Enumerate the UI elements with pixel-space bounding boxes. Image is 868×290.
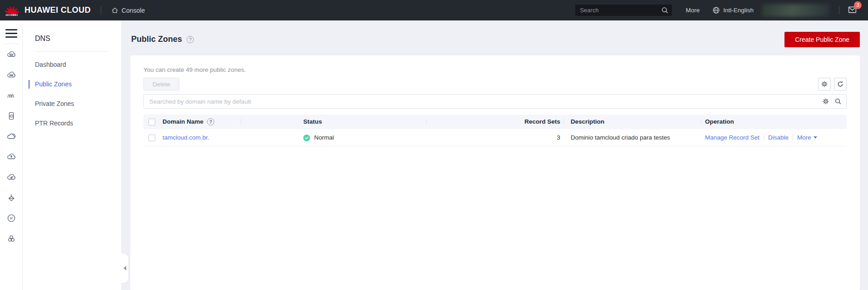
select-all-checkbox[interactable] bbox=[148, 119, 155, 125]
dns-nav-panel: DNS Dashboard Public Zones Private Zones… bbox=[23, 20, 121, 290]
col-domain-name: Domain Name bbox=[163, 115, 203, 129]
cloud-play-icon bbox=[6, 172, 16, 182]
zone-search-input[interactable] bbox=[143, 94, 847, 109]
top-header: HUAWEI HUAWEI CLOUD Console More Intl-En… bbox=[0, 0, 868, 20]
beacon-icon bbox=[6, 193, 16, 203]
rail-item-eip[interactable]: IP bbox=[0, 208, 22, 228]
table-row: tamcloud.com.br. Normal 3 Dominio tamclo… bbox=[143, 129, 847, 146]
console-link[interactable]: Console bbox=[111, 7, 145, 14]
nav-divider bbox=[35, 51, 109, 52]
operation-divider bbox=[793, 135, 793, 140]
search-icon[interactable] bbox=[834, 98, 842, 105]
col-description: Description bbox=[571, 115, 604, 129]
page-title: Public Zones bbox=[131, 35, 182, 44]
domain-help-icon[interactable]: ? bbox=[207, 118, 214, 125]
account-name-redacted[interactable] bbox=[762, 4, 830, 17]
messages-button[interactable]: 3 bbox=[848, 5, 857, 16]
column-divider bbox=[563, 119, 564, 125]
header-more-link[interactable]: More bbox=[686, 7, 700, 14]
col-record-sets: Record Sets bbox=[439, 115, 560, 129]
language-switcher[interactable]: Intl-English bbox=[712, 6, 754, 14]
public-zones-table: Domain Name ? Status Record Sets Descrip… bbox=[143, 115, 847, 146]
rail-item-beacon[interactable] bbox=[0, 187, 22, 208]
search-icon[interactable] bbox=[661, 6, 669, 14]
refresh-icon bbox=[837, 80, 844, 88]
rail-item-cloud-upload[interactable] bbox=[0, 146, 22, 167]
brand-title: HUAWEI CLOUD bbox=[25, 5, 91, 15]
column-divider bbox=[241, 119, 241, 125]
header-search-input[interactable] bbox=[575, 5, 672, 16]
cloud-upload-icon bbox=[6, 152, 16, 162]
table-header-row: Domain Name ? Status Record Sets Descrip… bbox=[143, 115, 847, 129]
rail-item-waves[interactable] bbox=[0, 85, 22, 105]
disable-link[interactable]: Disable bbox=[768, 134, 789, 141]
eip-icon: IP bbox=[6, 213, 16, 223]
row-checkbox[interactable] bbox=[148, 135, 155, 141]
header-divider bbox=[101, 6, 101, 15]
waves-icon bbox=[6, 90, 16, 100]
rail-item-cloud-play[interactable] bbox=[0, 167, 22, 187]
collapse-arrow-icon bbox=[123, 266, 126, 270]
create-public-zone-button[interactable]: Create Public Zone bbox=[784, 32, 860, 47]
chevron-down-icon bbox=[814, 136, 817, 139]
globe-icon bbox=[712, 6, 720, 14]
description-text: Dominio tamcloud criado para testes bbox=[571, 129, 670, 146]
manage-record-set-link[interactable]: Manage Record Set bbox=[705, 134, 760, 141]
rail-item-cloud-dots[interactable] bbox=[0, 65, 22, 85]
search-settings-icon[interactable] bbox=[822, 98, 829, 105]
operation-divider bbox=[764, 135, 764, 140]
record-sets-count: 3 bbox=[439, 129, 560, 146]
gear-icon bbox=[821, 80, 828, 88]
notification-badge: 3 bbox=[854, 1, 862, 9]
status-text: Normal bbox=[314, 129, 334, 146]
rail-item-cloud[interactable] bbox=[0, 126, 22, 146]
console-label: Console bbox=[122, 7, 145, 14]
table-settings-button[interactable] bbox=[818, 78, 831, 90]
nav-item-dashboard[interactable]: Dashboard bbox=[23, 55, 121, 75]
huawei-logo[interactable]: HUAWEI bbox=[5, 5, 19, 16]
header-divider bbox=[839, 6, 839, 15]
more-dropdown[interactable]: More bbox=[797, 134, 817, 141]
rail-item-device-cloud[interactable] bbox=[0, 105, 22, 126]
refresh-button[interactable] bbox=[834, 78, 847, 90]
header-search bbox=[575, 5, 672, 16]
menu-icon[interactable] bbox=[5, 29, 17, 38]
service-icon-rail: IP bbox=[0, 20, 23, 290]
device-cloud-icon bbox=[6, 111, 16, 121]
cluster-icon bbox=[6, 234, 16, 244]
main-content: Public Zones ? Create Public Zone You ca… bbox=[121, 20, 868, 290]
domain-link[interactable]: tamcloud.com.br. bbox=[163, 134, 209, 141]
logo-label: HUAWEI bbox=[6, 14, 18, 16]
rail-item-cluster[interactable] bbox=[0, 228, 22, 249]
nav-title: DNS bbox=[23, 20, 121, 43]
language-label: Intl-English bbox=[723, 7, 754, 14]
quota-hint: You can create 49 more public zones. bbox=[143, 66, 847, 73]
cloud-icon bbox=[6, 131, 16, 141]
cloud-dots-icon bbox=[7, 72, 15, 77]
col-operation: Operation bbox=[705, 115, 734, 129]
home-icon bbox=[111, 7, 118, 14]
col-status: Status bbox=[303, 115, 322, 129]
column-divider bbox=[426, 119, 427, 125]
public-zones-card: You can create 49 more public zones. Del… bbox=[130, 55, 860, 290]
rail-item-cloud-server[interactable] bbox=[0, 44, 22, 65]
status-ok-icon bbox=[303, 135, 310, 141]
panel-collapse-handle[interactable] bbox=[121, 254, 128, 283]
nav-item-public-zones[interactable]: Public Zones bbox=[23, 75, 121, 94]
column-divider bbox=[701, 119, 701, 125]
nav-item-ptr-records[interactable]: PTR Records bbox=[23, 114, 121, 133]
delete-button[interactable]: Delete bbox=[143, 78, 179, 90]
page-help-icon[interactable]: ? bbox=[187, 36, 194, 43]
zone-search bbox=[143, 94, 847, 109]
svg-text:IP: IP bbox=[10, 216, 13, 220]
nav-item-private-zones[interactable]: Private Zones bbox=[23, 94, 121, 114]
